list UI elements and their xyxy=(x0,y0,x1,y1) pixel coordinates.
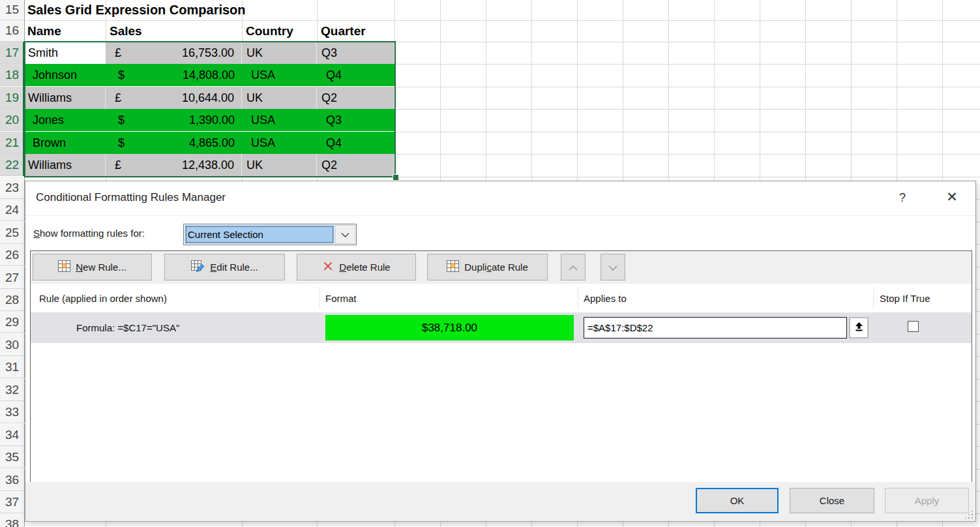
cell-D18[interactable]: Q4 xyxy=(317,64,394,86)
amount-value: 1,390.00 xyxy=(189,113,235,127)
currency-symbol: £ xyxy=(115,91,121,105)
column-header-name[interactable]: Name xyxy=(27,20,61,42)
cell-D17[interactable]: Q3 xyxy=(317,42,394,64)
row-header-17[interactable]: 17 xyxy=(0,42,25,64)
close-button[interactable]: Close xyxy=(790,488,874,513)
row-header-31[interactable]: 31 xyxy=(0,356,25,378)
cell-A20[interactable]: Jones xyxy=(25,109,106,131)
cell-C20[interactable]: USA xyxy=(242,109,317,131)
cell-A21[interactable]: Brown xyxy=(25,132,106,154)
header-format: Format xyxy=(325,284,357,312)
cell-D21[interactable]: Q4 xyxy=(317,132,394,154)
column-header-sales[interactable]: Sales xyxy=(110,20,142,42)
cell-C21[interactable]: USA xyxy=(242,132,317,154)
dialog-footer: OK Close Apply xyxy=(25,482,975,521)
rule-row[interactable]: Formula: =$C17="USA" $38,718.00 xyxy=(31,312,972,343)
cell-B18[interactable]: $14,808.00 xyxy=(106,64,242,86)
row-header-24[interactable]: 24 xyxy=(0,199,25,221)
collapse-dialog-button[interactable] xyxy=(849,317,869,339)
rule-format-preview: $38,718.00 xyxy=(325,315,574,340)
row-header-28[interactable]: 28 xyxy=(0,289,25,311)
cell-B17[interactable]: £16,753.00 xyxy=(106,42,242,64)
row-header-27[interactable]: 27 xyxy=(0,267,25,289)
cell-C22[interactable]: UK xyxy=(242,154,317,176)
gridline xyxy=(25,20,980,21)
selected-rows-indicator xyxy=(23,42,25,176)
cell-B21[interactable]: $4,865.00 xyxy=(106,132,242,154)
show-rules-label: Show formatting rules for: xyxy=(33,228,145,239)
row-header-33[interactable]: 33 xyxy=(0,401,25,423)
row-header-32[interactable]: 32 xyxy=(0,379,25,401)
cell-A18[interactable]: Johnson xyxy=(25,64,106,86)
move-rule-down-button[interactable] xyxy=(601,254,625,280)
title-separator xyxy=(25,215,975,216)
currency-symbol: $ xyxy=(118,113,125,127)
row-header-15[interactable]: 15 xyxy=(0,0,25,20)
chevron-down-icon[interactable] xyxy=(335,225,355,244)
rules-toolbar: New Rule... Edit Rule... Delete Rule Dup… xyxy=(31,251,972,284)
chevron-down-icon xyxy=(608,262,617,273)
stop-if-true-checkbox[interactable] xyxy=(908,321,919,332)
duplicate-rule-icon xyxy=(447,260,459,274)
row-header-25[interactable]: 25 xyxy=(0,222,25,244)
row-header-36[interactable]: 36 xyxy=(0,469,25,491)
column-header-quarter[interactable]: Quarter xyxy=(321,20,366,42)
amount-value: 4,865.00 xyxy=(189,136,235,150)
row-header-35[interactable]: 35 xyxy=(0,446,25,468)
row-header-38[interactable]: 38 xyxy=(0,513,25,527)
row-header-26[interactable]: 26 xyxy=(0,244,25,266)
cell-A22[interactable]: Williams xyxy=(25,154,106,176)
edit-rule-icon xyxy=(191,260,205,274)
cell-A17[interactable]: Smith xyxy=(25,42,106,64)
currency-symbol: £ xyxy=(115,158,121,172)
header-separator xyxy=(319,287,320,309)
applies-to-input[interactable] xyxy=(584,317,847,339)
ok-button[interactable]: OK xyxy=(696,488,779,513)
row-header-29[interactable]: 29 xyxy=(0,311,25,333)
cell-C18[interactable]: USA xyxy=(242,64,317,86)
amount-value: 10,644.00 xyxy=(182,91,234,105)
currency-symbol: $ xyxy=(118,136,125,150)
cell-A19[interactable]: Williams xyxy=(25,87,106,109)
column-header-country[interactable]: Country xyxy=(246,20,293,42)
collapse-range-icon xyxy=(854,322,864,334)
edit-rule-button[interactable]: Edit Rule... xyxy=(164,254,285,280)
row-header-34[interactable]: 34 xyxy=(0,424,25,446)
sheet-title-cell[interactable]: Sales Grid Expression Comparison xyxy=(27,0,246,20)
duplicate-rule-button[interactable]: Duplicate Rule xyxy=(427,254,548,280)
apply-button[interactable]: Apply xyxy=(885,488,969,513)
cell-B22[interactable]: £12,438.00 xyxy=(106,154,242,176)
cell-C17[interactable]: UK xyxy=(242,42,317,64)
row-header-19[interactable]: 19 xyxy=(0,87,25,109)
cell-B20[interactable]: $1,390.00 xyxy=(106,109,242,131)
conditional-formatting-rules-manager-dialog: Conditional Formatting Rules Manager ? ✕… xyxy=(25,181,976,522)
header-stop-if-true: Stop If True xyxy=(880,284,930,312)
currency-symbol: $ xyxy=(118,68,125,82)
cell-D19[interactable]: Q2 xyxy=(317,87,394,109)
move-rule-up-button[interactable] xyxy=(561,254,586,280)
row-header-23[interactable]: 23 xyxy=(0,177,25,199)
row-header-18[interactable]: 18 xyxy=(0,64,25,86)
chevron-up-icon xyxy=(569,262,578,273)
new-rule-button[interactable]: New Rule... xyxy=(33,254,152,280)
amount-value: 12,438.00 xyxy=(182,158,234,172)
amount-value: 14,808.00 xyxy=(183,68,235,82)
delete-rule-button[interactable]: Delete Rule xyxy=(297,254,416,280)
cell-D20[interactable]: Q3 xyxy=(317,109,394,131)
fill-handle[interactable] xyxy=(393,174,399,181)
resize-grip[interactable] xyxy=(972,517,973,519)
cell-C19[interactable]: UK xyxy=(242,87,317,109)
cell-D22[interactable]: Q2 xyxy=(317,154,394,176)
show-rules-dropdown[interactable]: Current Selection xyxy=(183,224,357,245)
row-header-30[interactable]: 30 xyxy=(0,334,25,356)
row-header-22[interactable]: 22 xyxy=(0,154,25,176)
row-header-20[interactable]: 20 xyxy=(0,109,25,131)
row-header-37[interactable]: 37 xyxy=(0,491,25,513)
row-header-16[interactable]: 16 xyxy=(0,20,25,42)
rule-description: Formula: =$C17="USA" xyxy=(76,312,179,343)
dialog-title: Conditional Formatting Rules Manager xyxy=(36,191,226,204)
row-header-21[interactable]: 21 xyxy=(0,132,25,154)
cell-B19[interactable]: £10,644.00 xyxy=(106,87,242,109)
help-button[interactable]: ? xyxy=(895,190,910,205)
close-icon[interactable]: ✕ xyxy=(942,188,962,206)
